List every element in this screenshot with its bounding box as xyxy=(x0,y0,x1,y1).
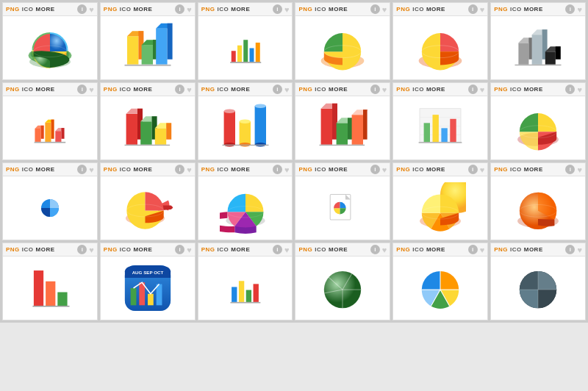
badge-more[interactable]: MORE xyxy=(133,246,152,253)
info-button[interactable]: i xyxy=(175,85,184,94)
info-button[interactable]: i xyxy=(565,4,575,14)
badge-ico[interactable]: ICO xyxy=(315,86,326,93)
favorite-button[interactable]: ♥ xyxy=(382,165,387,174)
badge-ico[interactable]: ICO xyxy=(120,246,132,253)
favorite-button[interactable]: ♥ xyxy=(480,5,485,14)
badge-more[interactable]: MORE xyxy=(524,86,543,93)
info-button[interactable]: i xyxy=(175,245,184,254)
badge-ico[interactable]: ICO xyxy=(218,166,229,173)
badge-more[interactable]: MORE xyxy=(329,246,348,253)
badge-png[interactable]: PNG xyxy=(494,166,508,173)
badge-ico[interactable]: ICO xyxy=(218,6,229,12)
badge-more[interactable]: MORE xyxy=(133,166,152,173)
favorite-button[interactable]: ♥ xyxy=(187,5,192,14)
badge-png[interactable]: PNG xyxy=(104,86,118,93)
favorite-button[interactable]: ♥ xyxy=(89,165,94,174)
badge-more[interactable]: MORE xyxy=(231,166,250,173)
badge-more[interactable]: MORE xyxy=(426,86,445,93)
badge-more[interactable]: MORE xyxy=(329,86,348,93)
info-button[interactable]: i xyxy=(77,4,87,14)
info-button[interactable]: i xyxy=(565,245,575,254)
badge-more[interactable]: MORE xyxy=(36,6,55,12)
badge-more[interactable]: MORE xyxy=(231,6,250,12)
info-button[interactable]: i xyxy=(77,165,87,174)
favorite-button[interactable]: ♥ xyxy=(480,245,485,254)
badge-ico[interactable]: ICO xyxy=(120,86,132,93)
badge-ico[interactable]: ICO xyxy=(22,6,34,12)
badge-ico[interactable]: ICO xyxy=(218,246,229,253)
info-button[interactable]: i xyxy=(565,85,575,94)
info-button[interactable]: i xyxy=(370,245,380,254)
favorite-button[interactable]: ♥ xyxy=(577,5,582,14)
info-button[interactable]: i xyxy=(77,245,87,254)
info-button[interactable]: i xyxy=(468,85,478,94)
badge-png[interactable]: PNG xyxy=(298,6,312,12)
favorite-button[interactable]: ♥ xyxy=(187,245,192,254)
badge-png[interactable]: PNG xyxy=(396,246,410,253)
badge-ico[interactable]: ICO xyxy=(22,246,34,253)
info-button[interactable]: i xyxy=(77,85,87,94)
info-button[interactable]: i xyxy=(175,165,184,174)
badge-ico[interactable]: ICO xyxy=(510,86,522,93)
badge-ico[interactable]: ICO xyxy=(315,166,326,173)
info-button[interactable]: i xyxy=(468,245,478,254)
badge-ico[interactable]: ICO xyxy=(120,6,132,12)
favorite-button[interactable]: ♥ xyxy=(382,85,387,94)
badge-png[interactable]: PNG xyxy=(104,6,118,12)
badge-ico[interactable]: ICO xyxy=(510,246,522,253)
info-button[interactable]: i xyxy=(273,245,282,254)
info-button[interactable]: i xyxy=(273,4,282,14)
badge-png[interactable]: PNG xyxy=(104,246,118,253)
badge-ico[interactable]: ICO xyxy=(120,166,132,173)
badge-png[interactable]: PNG xyxy=(201,86,215,93)
badge-more[interactable]: MORE xyxy=(36,166,55,173)
favorite-button[interactable]: ♥ xyxy=(480,85,485,94)
badge-more[interactable]: MORE xyxy=(231,246,250,253)
badge-more[interactable]: MORE xyxy=(133,6,152,12)
badge-png[interactable]: PNG xyxy=(6,86,20,93)
badge-png[interactable]: PNG xyxy=(494,86,508,93)
favorite-button[interactable]: ♥ xyxy=(284,165,290,174)
badge-more[interactable]: MORE xyxy=(524,246,543,253)
badge-more[interactable]: MORE xyxy=(426,246,445,253)
badge-more[interactable]: MORE xyxy=(426,6,445,12)
info-button[interactable]: i xyxy=(370,85,380,94)
badge-ico[interactable]: ICO xyxy=(22,86,34,93)
info-button[interactable]: i xyxy=(273,85,282,94)
badge-more[interactable]: MORE xyxy=(36,86,55,93)
badge-more[interactable]: MORE xyxy=(524,166,543,173)
favorite-button[interactable]: ♥ xyxy=(480,165,485,174)
badge-png[interactable]: PNG xyxy=(494,246,508,253)
badge-ico[interactable]: ICO xyxy=(315,6,326,12)
info-button[interactable]: i xyxy=(273,165,282,174)
badge-ico[interactable]: ICO xyxy=(510,6,522,12)
badge-ico[interactable]: ICO xyxy=(218,86,229,93)
badge-png[interactable]: PNG xyxy=(6,6,20,12)
favorite-button[interactable]: ♥ xyxy=(577,165,582,174)
info-button[interactable]: i xyxy=(565,165,575,174)
badge-png[interactable]: PNG xyxy=(6,246,20,253)
favorite-button[interactable]: ♥ xyxy=(577,85,582,94)
badge-png[interactable]: PNG xyxy=(396,86,410,93)
badge-ico[interactable]: ICO xyxy=(412,6,424,12)
favorite-button[interactable]: ♥ xyxy=(284,5,290,14)
badge-ico[interactable]: ICO xyxy=(510,166,522,173)
badge-more[interactable]: MORE xyxy=(231,86,250,93)
favorite-button[interactable]: ♥ xyxy=(187,85,192,94)
favorite-button[interactable]: ♥ xyxy=(89,245,94,254)
favorite-button[interactable]: ♥ xyxy=(284,85,290,94)
favorite-button[interactable]: ♥ xyxy=(89,5,94,14)
info-button[interactable]: i xyxy=(468,165,478,174)
favorite-button[interactable]: ♥ xyxy=(284,245,290,254)
badge-png[interactable]: PNG xyxy=(298,86,312,93)
favorite-button[interactable]: ♥ xyxy=(577,245,582,254)
badge-ico[interactable]: ICO xyxy=(412,86,424,93)
badge-png[interactable]: PNG xyxy=(201,6,215,12)
badge-png[interactable]: PNG xyxy=(396,166,410,173)
badge-more[interactable]: MORE xyxy=(524,6,543,12)
badge-png[interactable]: PNG xyxy=(396,6,410,12)
badge-png[interactable]: PNG xyxy=(298,166,312,173)
favorite-button[interactable]: ♥ xyxy=(382,245,387,254)
badge-png[interactable]: PNG xyxy=(6,166,20,173)
favorite-button[interactable]: ♥ xyxy=(187,165,192,174)
